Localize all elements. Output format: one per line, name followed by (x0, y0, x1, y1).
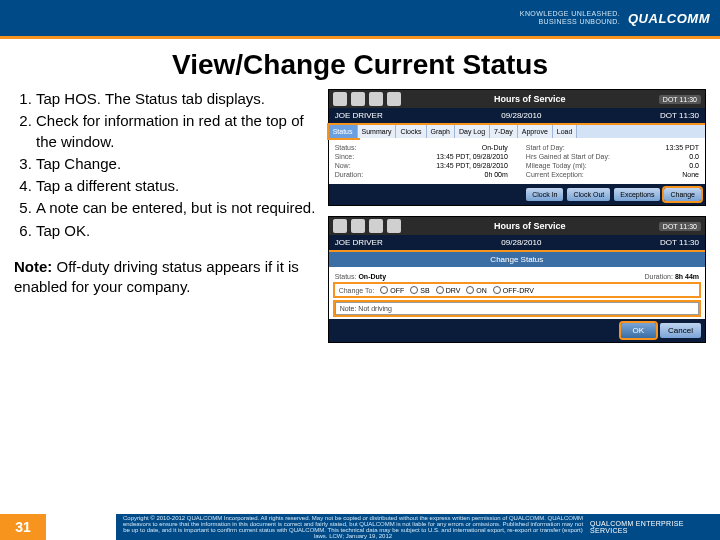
menu-icon (387, 92, 401, 106)
exceptions-button[interactable]: Exceptions (614, 188, 660, 201)
val-since: 13:45 PDT, 09/28/2010 (436, 153, 508, 160)
tagline-line2: BUSINESS UNBOUND. (520, 18, 620, 26)
val-dur: 0h 00m (484, 171, 507, 178)
tagline-line1: KNOWLEDGE UNLEASHED. (520, 10, 620, 18)
lbl-status2: Status: (335, 273, 357, 280)
val-mileage: 0.0 (689, 162, 699, 169)
val-hrsgain: 0.0 (689, 153, 699, 160)
radio-sb[interactable]: SB (410, 286, 429, 294)
driver-date: 09/28/2010 (501, 111, 541, 120)
change-status-header: Change Status (329, 252, 705, 267)
home-icon (351, 219, 365, 233)
back-icon (333, 92, 347, 106)
val-status2: On-Duty (358, 273, 386, 280)
step-3: Tap Change. (36, 154, 318, 174)
screenshot-status-tab: Hours of Service DOT 11:30 JOE DRIVER 09… (328, 89, 706, 206)
tab-7day[interactable]: 7-Day (490, 125, 518, 138)
keypad-icon (369, 219, 383, 233)
tab-clocks[interactable]: Clocks (396, 125, 426, 138)
step-4: Tap a different status. (36, 176, 318, 196)
ok-button[interactable]: OK (621, 323, 657, 338)
note-text: Off-duty driving status appears if it is… (14, 258, 299, 295)
lbl-since: Since: (335, 153, 354, 160)
header-bar: KNOWLEDGE UNLEASHED. BUSINESS UNBOUND. Q… (0, 0, 720, 36)
instruction-block: Tap HOS. The Status tab displays. Check … (14, 89, 318, 343)
lbl-now: Now: (335, 162, 351, 169)
lbl-dur: Duration: (335, 171, 363, 178)
change-to-label: Change To: (339, 287, 375, 294)
radio-off[interactable]: OFF (380, 286, 404, 294)
header-tagline: KNOWLEDGE UNLEASHED. BUSINESS UNBOUND. (520, 10, 620, 27)
dot-badge: DOT 11:30 (659, 95, 701, 104)
tab-strip: Status Summary Clocks Graph Day Log 7-Da… (329, 125, 705, 138)
page-number: 31 (0, 514, 46, 540)
driver-name: JOE DRIVER (335, 238, 383, 247)
step-2: Check for information in red at the top … (36, 111, 318, 152)
change-button[interactable]: Change (664, 188, 701, 201)
val-now: 13:45 PDT, 09/28/2010 (436, 162, 508, 169)
clockin-button[interactable]: Clock In (526, 188, 563, 201)
window-title: Hours of Service (494, 221, 566, 231)
note-input[interactable]: Note: Not driving (335, 302, 699, 315)
note-value: Not driving (358, 305, 391, 312)
window-title: Hours of Service (494, 94, 566, 104)
tab-graph[interactable]: Graph (427, 125, 455, 138)
lbl-mileage: Mileage Today (mi): (526, 162, 587, 169)
dot-badge: DOT 11:30 (659, 222, 701, 231)
back-icon (333, 219, 347, 233)
val-status: On-Duty (482, 144, 508, 151)
copyright-text: Copyright © 2010-2012 QUALCOMM Incorpora… (116, 514, 590, 540)
header-accent-bar (0, 36, 720, 39)
lbl-hrsgain: Hrs Gained at Start of Day: (526, 153, 610, 160)
dot-badge-2: DOT 11:30 (660, 111, 699, 120)
radio-offdrv[interactable]: OFF-DRV (493, 286, 534, 294)
footer: 31 Copyright © 2010-2012 QUALCOMM Incorp… (0, 514, 720, 540)
driver-name: JOE DRIVER (335, 111, 383, 120)
home-icon (351, 92, 365, 106)
instruction-list: Tap HOS. The Status tab displays. Check … (14, 89, 318, 241)
cancel-button[interactable]: Cancel (660, 323, 701, 338)
note-label: Note: (14, 258, 52, 275)
tab-status[interactable]: Status (329, 125, 358, 138)
tab-approve[interactable]: Approve (518, 125, 553, 138)
note-prefix: Note: (340, 305, 357, 312)
val-exc: None (682, 171, 699, 178)
menu-icon (387, 219, 401, 233)
screenshot-change-status: Hours of Service DOT 11:30 JOE DRIVER 09… (328, 216, 706, 343)
lbl-sod: Start of Day: (526, 144, 565, 151)
tab-summary[interactable]: Summary (358, 125, 397, 138)
val-sod: 13:35 PDT (666, 144, 699, 151)
dot-badge-2: DOT 11:30 (660, 238, 699, 247)
clockout-button[interactable]: Clock Out (567, 188, 610, 201)
note-paragraph: Note: Off-duty driving status appears if… (14, 257, 318, 298)
page-title: View/Change Current Status (0, 49, 720, 81)
keypad-icon (369, 92, 383, 106)
step-6: Tap OK. (36, 221, 318, 241)
tab-load[interactable]: Load (553, 125, 578, 138)
radio-on[interactable]: ON (466, 286, 487, 294)
radio-drv[interactable]: DRV (436, 286, 461, 294)
footer-service: QUALCOMM ENTERPRISE SERVICES (590, 514, 720, 540)
lbl-dur2: Duration: (645, 273, 673, 280)
lbl-status: Status: (335, 144, 357, 151)
driver-date: 09/28/2010 (501, 238, 541, 247)
step-1: Tap HOS. The Status tab displays. (36, 89, 318, 109)
lbl-exc: Current Exception: (526, 171, 584, 178)
step-5: A note can be entered, but is not requir… (36, 198, 318, 218)
brand-logo: QUALCOMM (628, 11, 710, 26)
val-dur2: 8h 44m (675, 273, 699, 280)
tab-daylog[interactable]: Day Log (455, 125, 490, 138)
